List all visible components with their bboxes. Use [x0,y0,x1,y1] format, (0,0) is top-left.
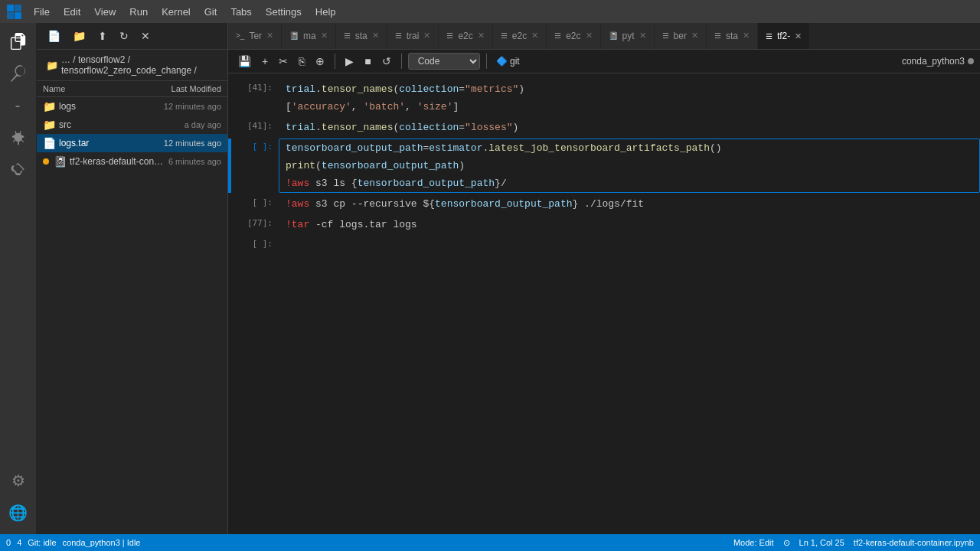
upload-button[interactable]: ⬆ [93,27,112,45]
tab-close-trai[interactable]: ✕ [423,31,430,41]
file-icon: 📄 [43,137,56,149]
tab-close-e2c3[interactable]: ✕ [586,31,593,41]
tab-close-sta[interactable]: ✕ [372,31,379,41]
tab-e2c1[interactable]: ☰ e2c ✕ [439,23,492,49]
tab-e2c2[interactable]: ☰ e2c ✕ [493,23,547,49]
restart-button[interactable]: ↺ [378,53,395,70]
statusbar-right: Mode: Edit ⊙ Ln 1, Col 25 tf2-keras-defa… [733,538,974,548]
save-button[interactable]: 💾 [234,53,255,70]
cell-gutter: [ ]: [233,139,279,193]
cell-input-area[interactable] [279,236,980,255]
file-item-src[interactable]: 📁 src a day ago [37,116,227,134]
tab-pyth[interactable]: 📓 pyt ✕ [601,23,655,49]
cut-button[interactable]: ✂ [275,53,292,70]
tab-close-pyth[interactable]: ✕ [639,31,646,41]
svg-rect-3 [15,12,21,19]
tab-close-ma[interactable]: ✕ [321,31,328,41]
activity-debug[interactable] [3,122,34,153]
kernel-status-dot [968,58,974,64]
cell-input-area[interactable]: !tar -cf logs.tar logs [279,215,980,234]
tab-close-e2c1[interactable]: ✕ [478,31,485,41]
cell-code-empty [279,236,979,254]
menubar: File Edit View Run Kernel Git Tabs Setti… [0,0,980,23]
tab-close-ber[interactable]: ✕ [691,31,698,41]
new-file-button[interactable]: 📄 [43,27,65,45]
file-modified: a day ago [185,120,221,129]
cell-bar [228,215,231,234]
svg-rect-2 [7,12,14,19]
kernel-indicator: conda_python3 [902,56,974,67]
new-folder-button[interactable]: 📁 [68,27,90,45]
warning-count[interactable]: 4 [17,538,21,547]
folder-icon: 📁 [43,119,56,131]
activity-source-control[interactable] [3,90,34,121]
activity-search[interactable] [3,58,34,89]
tab-tf2[interactable]: ☰ tf2- ✕ [758,23,810,49]
file-item-logs[interactable]: 📁 logs 12 minutes ago [37,97,227,116]
tab-ter[interactable]: >_ Ter ✕ [228,23,282,49]
file-item-logs-tar[interactable]: 📄 logs.tar 12 minutes ago [37,134,227,152]
file-explorer: 📁 logs 12 minutes ago 📁 src a day ago 📄 … [37,97,227,534]
kernel-status: conda_python3 | Idle [63,538,141,547]
activity-extensions[interactable] [3,155,34,185]
notebook-icon: 📓 [54,155,67,168]
tab-trai[interactable]: ☰ trai ✕ [387,23,439,49]
separator [335,54,335,69]
menu-edit[interactable]: Edit [57,4,87,20]
copy-button[interactable]: ⎘ [295,53,309,70]
cell-bar [228,118,231,137]
menu-file[interactable]: File [28,4,56,20]
editor-area: >_ Ter ✕ 📓 ma ✕ ☰ sta ✕ ☰ trai ✕ ☰ e2c [228,23,980,534]
menu-kernel[interactable]: Kernel [155,4,197,20]
cell-bar [228,194,231,214]
file-modified: 12 minutes ago [164,102,221,111]
tab-close-tf2[interactable]: ✕ [795,31,802,41]
tab-ma[interactable]: 📓 ma ✕ [282,23,336,49]
cell-input-area[interactable]: trial.tensor_names(collection="losses") [279,118,980,137]
cell-gutter: [ ]: [233,194,279,214]
tab-ber[interactable]: ☰ ber ✕ [655,23,707,49]
stop-button[interactable]: ■ [361,53,374,70]
cell-input-area[interactable]: trial.tensor_names(collection="metrics")… [279,80,980,116]
cell-type-selector[interactable]: Code Markdown Raw [408,53,480,70]
kernel-name: conda_python3 [902,56,965,67]
separator3 [486,54,487,69]
cell-code-line3: !aws s3 ls {tensorboard_output_path}/ [279,174,979,192]
edit-mode: Mode: Edit [733,538,774,547]
tab-close-e2c2[interactable]: ✕ [531,31,538,41]
tab-e2c3[interactable]: ☰ e2c ✕ [547,23,600,49]
error-count[interactable]: 0 [6,538,11,547]
tab-sta2[interactable]: ☰ sta ✕ [707,23,758,49]
cursor-position: Ln 1, Col 25 [799,538,844,547]
cell-input-area-active[interactable]: tensorboard_output_path=estimator.latest… [279,139,980,193]
menu-view[interactable]: View [88,4,122,20]
tab-sta[interactable]: ☰ sta ✕ [336,23,387,49]
clear-button[interactable]: ✕ [136,27,155,45]
svg-rect-1 [15,5,21,11]
security-icon: ⊙ [783,538,790,548]
file-item-ipynb[interactable]: 📓 tf2-keras-default-container.ipynb 6 mi… [37,152,227,171]
activity-settings[interactable]: ⚙ [3,465,34,496]
menu-help[interactable]: Help [309,4,342,20]
menu-tabs[interactable]: Tabs [224,4,257,20]
statusbar-left: 0 4 Git: idle conda_python3 | Idle [6,538,141,547]
cell-gutter: [41]: [233,80,279,116]
menu-git[interactable]: Git [198,4,224,20]
paste-button[interactable]: ⊕ [312,53,328,70]
menu-settings[interactable]: Settings [260,4,308,20]
refresh-button[interactable]: ↻ [115,27,133,45]
activity-account[interactable]: 🌐 [3,497,34,528]
col-name-header: Name [43,84,172,93]
tab-close-ter[interactable]: ✕ [266,31,273,41]
activity-explorer[interactable] [3,26,34,57]
menu-run[interactable]: Run [123,4,154,20]
tab-close-sta2[interactable]: ✕ [743,31,750,41]
cell-41b: [41]: trial.tensor_names(collection="los… [228,118,980,137]
cell-empty: [ ]: [228,236,980,255]
cell-gutter: [77]: [233,215,279,234]
run-button[interactable]: ▶ [341,53,358,70]
activity-bar: ⚙ 🌐 [0,23,37,534]
cell-input-area[interactable]: !aws s3 cp --recursive ${tensorboard_out… [279,194,980,214]
cell-bar-active [228,139,231,193]
add-cell-button[interactable]: + [258,53,272,70]
